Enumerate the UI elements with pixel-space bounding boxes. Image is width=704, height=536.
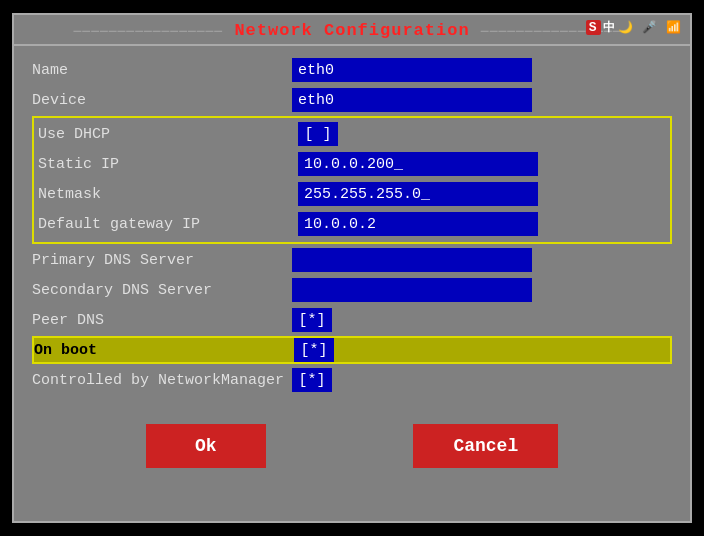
controlled-by-nm-checkbox[interactable]: [*]	[292, 368, 332, 392]
primary-dns-row: Primary DNS Server	[32, 246, 672, 274]
name-label: Name	[32, 62, 292, 79]
secondary-dns-label: Secondary DNS Server	[32, 282, 292, 299]
title-text: Network Configuration	[234, 21, 469, 40]
static-ip-value[interactable]: 10.0.0.200_	[298, 152, 538, 176]
default-gateway-label: Default gateway IP	[38, 216, 298, 233]
lang-icon: 中	[603, 19, 616, 36]
netmask-value[interactable]: 255.255.255.0_	[298, 182, 538, 206]
default-gateway-row: Default gateway IP 10.0.0.2	[34, 210, 670, 238]
on-boot-row: On boot [*]	[32, 336, 672, 364]
dhcp-group: Use DHCP [ ] Static IP 10.0.0.200_ Netma…	[32, 116, 672, 244]
static-ip-row: Static IP 10.0.0.200_	[34, 150, 670, 178]
netmask-label: Netmask	[38, 186, 298, 203]
use-dhcp-label: Use DHCP	[38, 126, 298, 143]
use-dhcp-row: Use DHCP [ ]	[34, 120, 670, 148]
controlled-by-nm-label: Controlled by NetworkManager	[32, 372, 292, 389]
static-ip-label: Static IP	[38, 156, 298, 173]
primary-dns-value[interactable]	[292, 248, 532, 272]
secondary-dns-value[interactable]	[292, 278, 532, 302]
use-dhcp-checkbox[interactable]: [ ]	[298, 122, 338, 146]
device-value[interactable]: eth0	[292, 88, 532, 112]
on-boot-checkbox[interactable]: [*]	[294, 338, 334, 362]
dialog-window: Network Configuration S 中 🌙 🎤 📶 Name eth…	[12, 13, 692, 523]
on-boot-label: On boot	[34, 342, 294, 359]
default-gateway-value[interactable]: 10.0.0.2	[298, 212, 538, 236]
primary-dns-label: Primary DNS Server	[32, 252, 292, 269]
misc-icons: 🌙 🎤 📶	[618, 20, 682, 35]
name-value[interactable]: eth0	[292, 58, 532, 82]
device-label: Device	[32, 92, 292, 109]
name-row: Name eth0	[32, 56, 672, 84]
netmask-row: Netmask 255.255.255.0_	[34, 180, 670, 208]
buttons-container: Ok Cancel	[32, 424, 672, 468]
form-content: Name eth0 Device eth0 Use DHCP [ ] Stati…	[14, 46, 690, 478]
controlled-by-nm-row: Controlled by NetworkManager [*]	[32, 366, 672, 394]
secondary-dns-row: Secondary DNS Server	[32, 276, 672, 304]
s-icon: S	[586, 20, 601, 35]
peer-dns-row: Peer DNS [*]	[32, 306, 672, 334]
peer-dns-checkbox[interactable]: [*]	[292, 308, 332, 332]
peer-dns-label: Peer DNS	[32, 312, 292, 329]
cancel-button[interactable]: Cancel	[413, 424, 558, 468]
system-icons: S 中 🌙 🎤 📶	[586, 19, 682, 36]
device-row: Device eth0	[32, 86, 672, 114]
dialog-title: Network Configuration S 中 🌙 🎤 📶	[14, 15, 690, 46]
ok-button[interactable]: Ok	[146, 424, 266, 468]
